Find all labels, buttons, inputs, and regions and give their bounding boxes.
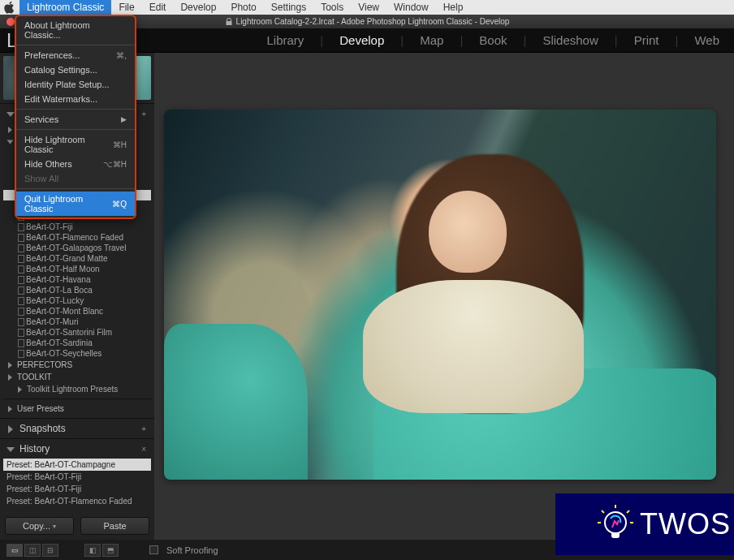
lightbulb-icon xyxy=(596,505,635,544)
preset-item[interactable]: BeArt-OT-Lucky xyxy=(3,295,151,306)
preset-item[interactable]: BeArt-OT-Fiji xyxy=(3,222,151,232)
chevron-down-icon: ▾ xyxy=(53,523,56,530)
menu-separator xyxy=(16,109,135,110)
panel-controls[interactable]: × xyxy=(141,445,148,454)
menu-services[interactable]: Services▶ xyxy=(16,112,135,127)
paste-button[interactable]: Paste xyxy=(80,517,149,535)
photo-content xyxy=(363,280,584,413)
reference-view-tb-button[interactable]: ⬒ xyxy=(102,544,119,557)
panel-controls[interactable]: + xyxy=(141,424,148,433)
disclosure-triangle-icon xyxy=(6,447,15,452)
history-header[interactable]: History × xyxy=(0,439,154,459)
menu-help[interactable]: Help xyxy=(436,0,471,15)
history-item-selected[interactable]: Preset: BeArt-OT-Champagne xyxy=(3,459,151,471)
menu-hide-lightroom[interactable]: Hide Lightroom Classic⌘H xyxy=(16,132,135,157)
preset-item[interactable]: BeArt-OT-Seychelles xyxy=(3,348,151,359)
history-item[interactable]: Preset: BeArt-OT-Fiji xyxy=(3,483,151,495)
menu-photo[interactable]: Photo xyxy=(223,0,263,15)
chevron-right-icon xyxy=(8,362,12,368)
preset-item[interactable]: BeArt-OT-Flamenco Faded xyxy=(3,232,151,243)
history-item[interactable]: Preset: BeArt-OT-Fiji xyxy=(3,471,151,483)
chevron-right-icon xyxy=(8,374,12,381)
chevron-down-icon xyxy=(7,140,14,144)
close-window-button[interactable] xyxy=(6,18,15,26)
preset-group-toolkit[interactable]: TOOLKIT xyxy=(3,371,151,383)
mac-menubar: Lightroom Classic File Edit Develop Phot… xyxy=(0,0,734,15)
menu-separator xyxy=(16,188,135,189)
menu-lightroom-classic[interactable]: Lightroom Classic xyxy=(19,0,111,15)
module-web[interactable]: Web xyxy=(694,33,719,47)
submenu-arrow-icon: ▶ xyxy=(121,115,127,123)
menu-catalog-settings[interactable]: Catalog Settings... xyxy=(16,62,135,77)
preset-item[interactable]: BeArt-OT-Muri xyxy=(3,317,151,327)
menu-quit[interactable]: Quit Lightroom Classic⌘Q xyxy=(16,192,135,216)
preset-item[interactable]: BeArt-OT-Santorini Film xyxy=(3,327,151,338)
watermark-text: TWOS xyxy=(640,507,731,541)
snapshots-header[interactable]: Snapshots + xyxy=(0,419,154,438)
menu-about[interactable]: About Lightroom Classic... xyxy=(16,18,135,42)
loupe-view-button[interactable]: ▭ xyxy=(6,544,23,557)
menu-settings[interactable]: Settings xyxy=(264,0,313,15)
window-title-text: Lightroom Catalog-2-2.lrcat - Adobe Phot… xyxy=(236,17,510,26)
photo-content xyxy=(429,191,506,272)
view-split-group: ◧ ⬒ xyxy=(84,544,119,557)
module-book[interactable]: Book xyxy=(479,33,507,47)
menu-view[interactable]: View xyxy=(351,0,386,15)
module-map[interactable]: Map xyxy=(420,33,443,47)
preset-group-user[interactable]: User Presets xyxy=(3,403,151,415)
svg-line-2 xyxy=(602,510,604,513)
panel-bottom-buttons: Copy...▾ Paste xyxy=(0,512,154,540)
history-item[interactable]: Preset: BeArt-OT-Flamenco Faded xyxy=(3,495,151,507)
chevron-right-icon xyxy=(8,127,12,133)
chevron-right-icon xyxy=(18,386,22,393)
disclosure-triangle-icon xyxy=(8,425,13,433)
copy-button[interactable]: Copy...▾ xyxy=(5,517,74,535)
history-list: Preset: BeArt-OT-Champagne Preset: BeArt… xyxy=(0,459,154,512)
lock-icon xyxy=(225,18,233,26)
preset-item[interactable]: BeArt-OT-Sardinia xyxy=(3,338,151,348)
preset-group-toolkit-lr[interactable]: Toolkit Lightroom Presets xyxy=(3,383,151,395)
preset-item[interactable]: BeArt-OT-Mont Blanc xyxy=(3,306,151,317)
menu-separator xyxy=(16,45,135,45)
before-after-tb-button[interactable]: ⊟ xyxy=(42,544,58,557)
preset-item[interactable]: BeArt-OT-Grand Matte xyxy=(3,253,151,264)
menu-preferences[interactable]: Preferences...⌘, xyxy=(16,48,135,62)
menu-hide-others[interactable]: Hide Others⌥⌘H xyxy=(16,157,135,171)
module-slideshow[interactable]: Slideshow xyxy=(542,33,598,47)
preset-item[interactable]: BeArt-OT-Havana xyxy=(3,274,151,285)
module-library[interactable]: Library xyxy=(266,33,304,47)
module-develop[interactable]: Develop xyxy=(339,33,384,47)
app-menu-dropdown: About Lightroom Classic... Preferences..… xyxy=(15,15,136,219)
menu-edit-watermarks[interactable]: Edit Watermarks... xyxy=(16,92,135,106)
menu-file[interactable]: File xyxy=(111,0,141,15)
apple-icon[interactable] xyxy=(3,1,16,14)
before-after-lr-button[interactable]: ◫ xyxy=(24,544,41,557)
view-mode-group: ▭ ◫ ⊟ xyxy=(6,544,58,557)
menu-identity-plate[interactable]: Identity Plate Setup... xyxy=(16,77,135,92)
preset-item[interactable]: BeArt-OT-Half Moon xyxy=(3,264,151,274)
menu-edit[interactable]: Edit xyxy=(142,0,174,15)
photo-preview[interactable] xyxy=(164,110,716,480)
preset-item[interactable]: BeArt-OT-La Boca xyxy=(3,285,151,295)
preset-item[interactable]: BeArt-OT-Galapagos Travel xyxy=(3,243,151,253)
chevron-right-icon xyxy=(8,406,12,412)
module-print[interactable]: Print xyxy=(634,33,659,47)
menu-separator xyxy=(16,129,135,130)
svg-line-3 xyxy=(627,510,629,513)
main-canvas[interactable] xyxy=(154,53,734,540)
disclosure-triangle-icon xyxy=(6,112,15,117)
history-panel: History × Preset: BeArt-OT-Champagne Pre… xyxy=(0,438,154,512)
soft-proofing-label: Soft Proofing xyxy=(166,545,218,555)
preset-group-perfectors[interactable]: PERFECTORS xyxy=(3,359,151,371)
menu-tools[interactable]: Tools xyxy=(313,0,351,15)
reference-view-button[interactable]: ◧ xyxy=(84,544,101,557)
menu-window[interactable]: Window xyxy=(386,0,436,15)
snapshots-panel: Snapshots + xyxy=(0,418,154,438)
soft-proofing-checkbox[interactable] xyxy=(149,545,158,554)
watermark-overlay: TWOS xyxy=(555,493,734,555)
photo-content xyxy=(164,324,308,480)
menu-show-all: Show All xyxy=(16,171,135,186)
menu-develop[interactable]: Develop xyxy=(173,0,223,15)
divider xyxy=(3,398,151,399)
